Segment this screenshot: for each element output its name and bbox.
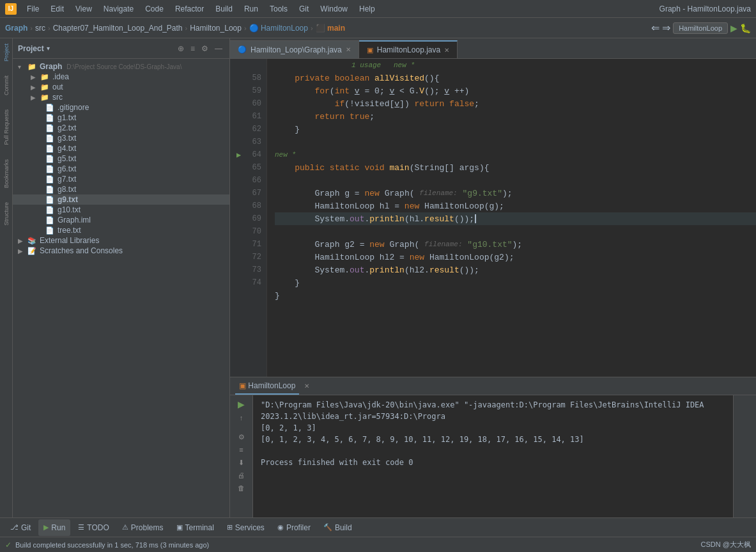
code-line-74: } [275, 289, 756, 302]
services-icon: ⊞ [227, 523, 233, 532]
forward-btn[interactable]: ⇒ [662, 22, 670, 34]
code-line-58: private boolean allVisited(){ [275, 72, 756, 84]
breadcrumb-hamiltonloop-file[interactable]: 🔵 HamiltonLoop [249, 24, 308, 33]
menu-help[interactable]: Help [354, 3, 380, 15]
run-tab-label: HamiltonLoop [248, 381, 295, 390]
menu-refactor[interactable]: Refactor [170, 3, 209, 15]
breadcrumb-hamiltonloop-folder[interactable]: Hamilton_Loop [190, 24, 242, 33]
run-config-btn[interactable]: HamiltonLoop [673, 22, 728, 34]
tree-g9[interactable]: ▶📄g9.txt [13, 194, 229, 205]
menu-view[interactable]: View [70, 3, 97, 15]
run-output-result2: [0, 1, 2, 3, 4, 5, 6, 7, 8, 9, 10, 11, 1… [261, 434, 725, 445]
run-filter-btn[interactable]: ≡ [235, 444, 248, 455]
breadcrumb-graph[interactable]: Graph [5, 24, 27, 33]
menu-file[interactable]: File [22, 3, 44, 15]
tree-graph-iml[interactable]: ▶📄Graph.iml [13, 215, 229, 225]
tab-hamiltonloop-close[interactable]: ✕ [444, 47, 449, 54]
todo-icon: ☰ [78, 523, 84, 532]
run-up-btn[interactable]: ↑ [235, 412, 248, 423]
side-icons: Project Commit Pull Requests Bookmarks S… [0, 38, 13, 517]
tree-g5[interactable]: ▶📄g5.txt [13, 154, 229, 164]
breadcrumb-chapter[interactable]: Chapter07_Hamilton_Loop_And_Path [53, 24, 183, 33]
tree-g7[interactable]: ▶📄g7.txt [13, 174, 229, 184]
tab-graph-java[interactable]: 🔵 Hamilton_Loop\Graph.java ✕ [230, 40, 359, 58]
code-content[interactable]: 1 usage new * private boolean allVisited… [267, 59, 756, 377]
tree-g8[interactable]: ▶📄g8.txt [13, 184, 229, 194]
sep1: › [30, 24, 33, 32]
menu-code[interactable]: Code [140, 3, 169, 15]
ln-66: 66 [235, 174, 266, 187]
run-right-bar [733, 395, 756, 517]
ln-71: 71 [235, 238, 266, 251]
bottom-tab-todo[interactable]: ☰ TODO [73, 519, 114, 536]
run-output-empty [261, 445, 725, 457]
back-btn[interactable]: ⇐ [651, 22, 660, 34]
menu-navigate[interactable]: Navigate [98, 3, 139, 15]
tab-hamiltonloop-label: HamiltonLoop.java [377, 45, 440, 54]
panel-header: Project ▾ ⊕ ≡ ⚙ — [13, 38, 229, 59]
bottom-tab-services[interactable]: ⊞ Services [222, 519, 270, 536]
bottom-tab-profiler-label: Profiler [286, 523, 311, 532]
run-tab-hamiltonloop[interactable]: ▣ HamiltonLoop [235, 377, 299, 395]
project-tree: ▾ 📁 Graph D:\Project Source Code\DS-Grap… [13, 59, 229, 517]
run-tab-close[interactable]: ✕ [304, 382, 309, 390]
ln-62: 62 [235, 123, 266, 136]
tree-external-libs[interactable]: ▶ 📚 External Libraries [13, 235, 229, 246]
tree-tree-txt[interactable]: ▶📄tree.txt [13, 225, 229, 235]
ln-68: 68 [235, 200, 266, 212]
menu-build[interactable]: Build [210, 3, 238, 15]
bottom-tab-terminal[interactable]: ▣ Terminal [171, 519, 219, 536]
tree-g6[interactable]: ▶📄g6.txt [13, 164, 229, 174]
tree-scratches[interactable]: ▶ 📝 Scratches and Consoles [13, 246, 229, 256]
menu-git[interactable]: Git [294, 3, 314, 15]
code-editor[interactable]: 58 59 60 61 62 63 ▶ 64 65 66 67 68 69 70… [230, 59, 756, 377]
tree-gitignore[interactable]: ▶ 📄 .gitignore [13, 102, 229, 113]
panel-collapse-btn[interactable]: ≡ [189, 43, 197, 54]
debug-btn[interactable]: 🐛 [740, 23, 751, 33]
tree-g10[interactable]: ▶📄g10.txt [13, 205, 229, 215]
bottom-tab-run[interactable]: ▶ Run [38, 519, 70, 536]
status-check-icon: ✓ [5, 540, 12, 549]
bottom-tab-git[interactable]: ⎇ Git [5, 519, 36, 536]
tree-g2[interactable]: ▶📄g2.txt [13, 123, 229, 133]
tree-g3[interactable]: ▶📄g3.txt [13, 133, 229, 143]
side-tab-bookmarks[interactable]: Bookmarks [3, 157, 10, 191]
code-line-64: public static void main(String[] args){ [275, 161, 756, 174]
menu-run[interactable]: Run [239, 3, 263, 15]
tab-graph-close[interactable]: ✕ [346, 46, 351, 53]
run-scroll-btn[interactable]: ⬇ [235, 457, 248, 468]
bottom-tab-profiler[interactable]: ◉ Profiler [272, 519, 316, 536]
menu-tools[interactable]: Tools [265, 3, 293, 15]
tree-g4[interactable]: ▶📄g4.txt [13, 143, 229, 154]
tab-hamiltonloop-java[interactable]: ▣ HamiltonLoop.java ✕ [359, 40, 458, 58]
tree-out[interactable]: ▶ 📁 out [13, 82, 229, 92]
run-output-path: "D:\Program Files\Java\jdk-20\bin\java.e… [261, 399, 725, 422]
ln-65: 65 [235, 161, 266, 174]
run-print-btn[interactable]: 🖨 [235, 469, 248, 481]
breadcrumb-main[interactable]: ⬛ main [316, 24, 345, 33]
tree-idea[interactable]: ▶ 📁 .idea [13, 72, 229, 82]
panel-settings-btn[interactable]: ⚙ [199, 43, 210, 54]
app-logo: IJ [5, 3, 17, 15]
side-tab-structure[interactable]: Structure [3, 200, 10, 228]
run-settings-btn[interactable]: ⚙ [235, 431, 248, 443]
tree-src[interactable]: ▶ 📁 src [13, 92, 229, 102]
bottom-tab-problems[interactable]: ⚠ Problems [117, 519, 169, 536]
tree-root[interactable]: ▾ 📁 Graph D:\Project Source Code\DS-Grap… [13, 61, 229, 72]
menu-window[interactable]: Window [315, 3, 353, 15]
side-tab-commit[interactable]: Commit [3, 73, 10, 98]
side-tab-pull-requests[interactable]: Pull Requests [3, 107, 10, 148]
run-btn[interactable]: ▶ [730, 23, 737, 33]
menu-edit[interactable]: Edit [45, 3, 69, 15]
run-play-btn[interactable]: ▶ [235, 398, 248, 411]
run-trash-btn[interactable]: 🗑 [235, 482, 248, 494]
toolbar: Graph › src › Chapter07_Hamilton_Loop_An… [0, 18, 756, 38]
tree-g1[interactable]: ▶📄g1.txt [13, 113, 229, 123]
bottom-tab-build[interactable]: 🔨 Build [318, 519, 357, 536]
breadcrumb-src[interactable]: src [35, 24, 45, 33]
panel-close-btn[interactable]: — [213, 43, 224, 54]
sep5: › [311, 24, 313, 32]
panel-add-btn[interactable]: ⊕ [176, 43, 186, 54]
side-tab-project[interactable]: Project [3, 41, 10, 64]
run-icon: ▶ [43, 523, 49, 532]
